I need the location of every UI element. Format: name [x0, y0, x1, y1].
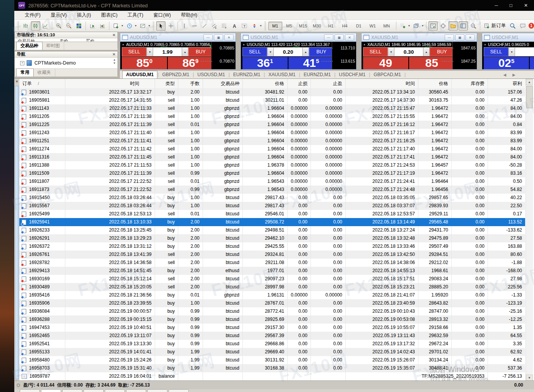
column-header-8[interactable]: 时间	[345, 79, 418, 88]
terminal-tab-sliver[interactable]	[20, 389, 40, 392]
volume-decrease-button[interactable]: ▼	[147, 47, 153, 56]
restore-icon[interactable]: ▣	[455, 34, 464, 41]
menu-item[interactable]: 窗口(W)	[148, 11, 176, 19]
toolbar-grip[interactable]	[17, 22, 19, 30]
timeframe-button-mn[interactable]: MN	[380, 22, 394, 30]
chart-tab-xauusd-m1[interactable]: XAUUSD,M1	[265, 71, 299, 78]
volume-increase-button[interactable]: ▲	[182, 47, 188, 56]
close-icon[interactable]: ✕	[466, 34, 475, 41]
bar-chart-icon[interactable]	[21, 21, 30, 31]
column-header-1[interactable]: 时间	[65, 79, 155, 88]
buy-button[interactable]: BUY	[188, 47, 213, 56]
volume-input[interactable]: 0.20	[274, 47, 302, 56]
new-order-button[interactable]: 新订单	[482, 22, 508, 29]
order-row[interactable]: 169263722022.05.18 13:31:12buy2.00btcusd…	[19, 242, 525, 251]
column-header-11[interactable]: 获利	[488, 79, 525, 88]
expand-icon[interactable]: +	[20, 61, 24, 65]
vertical-scrollbar[interactable]: ▲ ▼	[525, 79, 533, 381]
order-row[interactable]: 169154502022.05.18 03:26:44buy1.00btcusd…	[19, 194, 525, 202]
terminal-tab-sliver[interactable]	[126, 389, 146, 392]
timeframe-button-h1[interactable]: H1	[324, 22, 338, 30]
order-row[interactable]: 169362882022.05.19 00:15:15buy0.99btcusd…	[19, 315, 525, 324]
menu-item[interactable]: 图表(C)	[96, 11, 122, 19]
chart-tab-gbpcad-m1[interactable]: GBPCAD,M1	[370, 71, 404, 78]
line-chart-icon[interactable]	[41, 21, 50, 31]
chart-plot-area[interactable]: ▲AUDUSD,M1 0.70865 0.70865 0.70856 0.708…	[120, 42, 235, 69]
close-icon[interactable]: ✕	[524, 3, 528, 8]
maximize-icon[interactable]: □	[510, 3, 512, 8]
close-icon[interactable]: ✕	[345, 34, 354, 41]
order-row[interactable]: 169525412022.05.19 13:13:30buy0.99btcusd…	[19, 340, 525, 348]
timeframe-button-w1[interactable]: W1	[366, 22, 380, 30]
menu-item[interactable]: 显示(V)	[46, 11, 72, 19]
profiles-dropdown-icon[interactable]: ▼	[135, 24, 137, 27]
chart-tab-eurnzd-m1[interactable]: EURNZD,M1	[230, 71, 264, 78]
chart-shift-icon[interactable]	[98, 21, 107, 31]
order-row[interactable]: 169354162022.05.18 21:36:56buy0.01gbpnzd…	[19, 291, 525, 299]
toolbar-grip[interactable]	[153, 22, 154, 30]
buy-button[interactable]: BUY	[309, 47, 334, 56]
autotrading-icon[interactable]	[428, 21, 438, 31]
favorites-icon[interactable]	[449, 21, 458, 31]
tab-favorites[interactable]: 收藏夹	[34, 69, 55, 77]
order-row[interactable]: 169059812022.05.17 14:31:55sell1.00btcus…	[19, 96, 525, 104]
timeframe-button-d1[interactable]: D1	[352, 22, 366, 30]
terminal-panel-icon[interactable]	[459, 21, 468, 31]
timeframe-button-h4[interactable]: H4	[338, 22, 352, 30]
order-row[interactable]: 169301692022.05.18 15:12:14sell2.00btcus…	[19, 275, 525, 283]
tile-windows-icon[interactable]	[74, 21, 84, 31]
order-row[interactable]: 169267612022.05.18 13:41:39sell2.00btcus…	[19, 251, 525, 259]
chart-tab-gbpnzd-m1[interactable]: GBPNZD,M1	[159, 71, 193, 78]
sell-button[interactable]: SELL	[122, 47, 147, 56]
timeframe-button-m15[interactable]: M15	[296, 22, 310, 30]
order-row[interactable]: 169254992022.05.18 12:53:13sell0.01btcus…	[19, 210, 525, 218]
menu-item[interactable]: 工具(T)	[123, 11, 148, 19]
column-header-9[interactable]: 价格	[418, 79, 451, 88]
fibonacci-icon[interactable]: F	[220, 21, 229, 31]
order-row[interactable]: 169115092022.05.17 21:11:39sell0.99gbpnz…	[19, 169, 525, 177]
terminal-tab-sliver[interactable]	[84, 389, 104, 392]
timeframe-button-m30[interactable]: M30	[310, 22, 324, 30]
tab-scroll-right-icon[interactable]: ▶	[512, 73, 515, 77]
collapse-arrow-icon[interactable]: ▲	[484, 43, 486, 46]
minimize-icon[interactable]: —	[445, 34, 454, 41]
text-icon[interactable]: A	[230, 21, 239, 31]
restore-icon[interactable]: ▣	[214, 34, 223, 41]
collapse-arrow-icon[interactable]: ▲	[122, 43, 125, 46]
column-header-2[interactable]: 类型	[155, 79, 178, 88]
tab-common[interactable]: 常用	[16, 68, 34, 77]
menu-item[interactable]: 帮助(H)	[176, 11, 202, 19]
minimize-icon[interactable]: —	[203, 34, 213, 41]
terminal-tab-sliver[interactable]	[41, 389, 61, 392]
volume-input[interactable]: 0.30	[394, 47, 423, 56]
indicators-list-icon[interactable]	[138, 21, 147, 31]
timeframe-button-m1[interactable]: M1	[268, 22, 282, 30]
search-icon[interactable]	[508, 21, 517, 31]
order-row[interactable]: 169474532022.05.19 10:40:51buy0.99btcusd…	[19, 324, 525, 332]
horizontal-line-icon[interactable]	[190, 21, 199, 31]
notification-badge[interactable]: 1	[529, 23, 534, 29]
order-row[interactable]: 169112432022.05.17 21:11:40sell1.00gbpnz…	[19, 129, 525, 137]
order-row[interactable]: 169112512022.05.17 21:11:41sell1.00gbpnz…	[19, 137, 525, 145]
column-header-3[interactable]: 手数	[178, 79, 203, 88]
add-indicator-icon[interactable]	[398, 21, 408, 31]
terminal-tab-sliver[interactable]	[169, 389, 189, 392]
chart-plot-area[interactable]: ▲XAUUSD,M1 1846.90 1846.95 1846.59 1846.…	[362, 42, 477, 69]
toolbar-grip[interactable]	[264, 22, 266, 30]
vertical-line-icon[interactable]	[180, 21, 189, 31]
terminal-tab-sliver[interactable]	[147, 389, 167, 392]
zoom-out-icon[interactable]	[64, 21, 73, 31]
chart-plot-area[interactable]: ▲USOUSD,M1 113.420 113.420 113.364 113.3…	[241, 42, 356, 69]
profiles-icon[interactable]	[125, 21, 134, 31]
chart-tab-eurnzd-m1[interactable]: EURNZD,M1	[300, 71, 334, 78]
order-row[interactable]: 169360842022.05.19 00:00:57buy0.99btcusd…	[19, 307, 525, 315]
arrows-dropdown-icon[interactable]: ▼	[259, 24, 262, 27]
order-row[interactable]: 169294132022.05.18 14:51:45buy2.00ethusd…	[19, 267, 525, 275]
collapse-arrow-icon[interactable]: ▲	[242, 43, 245, 46]
strategy-tester-icon[interactable]	[469, 21, 478, 31]
column-header-4[interactable]: 交易品种	[203, 79, 242, 88]
order-row[interactable]: 169111432022.05.17 21:11:33sell1.00gbpnz…	[19, 104, 525, 112]
order-row[interactable]: 169118072022.05.17 21:22:52sell0.01gbpnz…	[19, 177, 525, 186]
volume-input[interactable]: 1.99	[153, 47, 182, 56]
order-row[interactable]: 169587032022.05.19 15:31:40buy1.99btcusd…	[19, 364, 525, 372]
